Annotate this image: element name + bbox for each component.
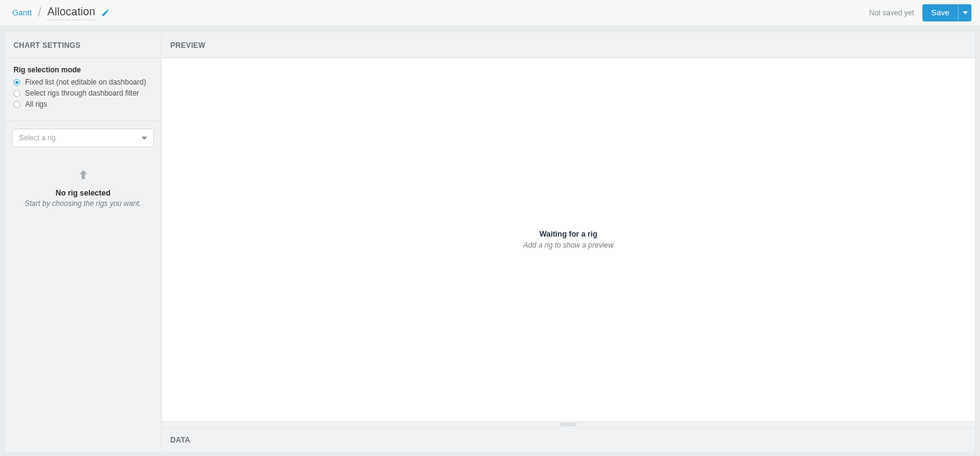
select-rig-dropdown[interactable]: Select a rig [12, 129, 154, 147]
save-dropdown-button[interactable] [958, 4, 971, 21]
select-rig-placeholder: Select a rig [19, 134, 56, 142]
save-status: Not saved yet [869, 9, 914, 17]
topbar: Gantt / Allocation Not saved yet Save [0, 0, 980, 26]
sidebar-empty-state: No rig selected Start by choosing the ri… [5, 147, 161, 208]
split-handle[interactable] [162, 421, 975, 427]
save-button-group: Save [922, 4, 971, 21]
main: CHART SETTINGS Rig selection mode Fixed … [4, 32, 976, 452]
sidebar-empty-title: No rig selected [13, 189, 153, 197]
breadcrumb: Gantt / Allocation [12, 6, 110, 20]
preview-header: PREVIEW [162, 32, 975, 58]
rig-selection-label: Rig selection mode [13, 66, 153, 74]
edit-icon[interactable] [101, 9, 110, 17]
radio-all-input[interactable] [13, 101, 20, 108]
sidebar-empty-subtitle: Start by choosing the rigs you want. [13, 199, 153, 208]
rig-selection-section: Rig selection mode Fixed list (not edita… [5, 58, 161, 121]
preview-body: Waiting for a rig Add a rig to show a pr… [162, 58, 975, 421]
caret-down-icon [141, 132, 147, 143]
radio-fixed-label: Fixed list (not editable on dashboard) [25, 78, 146, 86]
preview-empty-title: Waiting for a rig [523, 230, 613, 238]
radio-fixed-input[interactable] [13, 79, 20, 86]
radio-dashboard-filter[interactable]: Select rigs through dashboard filter [13, 89, 153, 97]
grip-icon [560, 423, 576, 426]
breadcrumb-separator: / [38, 6, 42, 20]
preview-empty-subtitle: Add a rig to show a preview [523, 241, 613, 249]
arrow-up-icon [13, 168, 153, 184]
preview-empty-state: Waiting for a rig Add a rig to show a pr… [523, 230, 613, 249]
spacer [0, 26, 980, 32]
radio-all-rigs[interactable]: All rigs [13, 100, 153, 108]
sidebar: CHART SETTINGS Rig selection mode Fixed … [5, 32, 162, 452]
chart-settings-header: CHART SETTINGS [5, 32, 161, 58]
data-header[interactable]: DATA [162, 427, 975, 452]
breadcrumb-root-link[interactable]: Gantt [12, 8, 32, 17]
save-button[interactable]: Save [922, 4, 958, 21]
page-title[interactable]: Allocation [47, 6, 95, 20]
radio-filter-input[interactable] [13, 90, 20, 97]
content-area: PREVIEW Waiting for a rig Add a rig to s… [162, 32, 975, 452]
radio-all-label: All rigs [25, 100, 47, 108]
radio-filter-label: Select rigs through dashboard filter [25, 89, 139, 97]
radio-fixed-list[interactable]: Fixed list (not editable on dashboard) [13, 78, 153, 86]
caret-down-icon [963, 8, 968, 17]
